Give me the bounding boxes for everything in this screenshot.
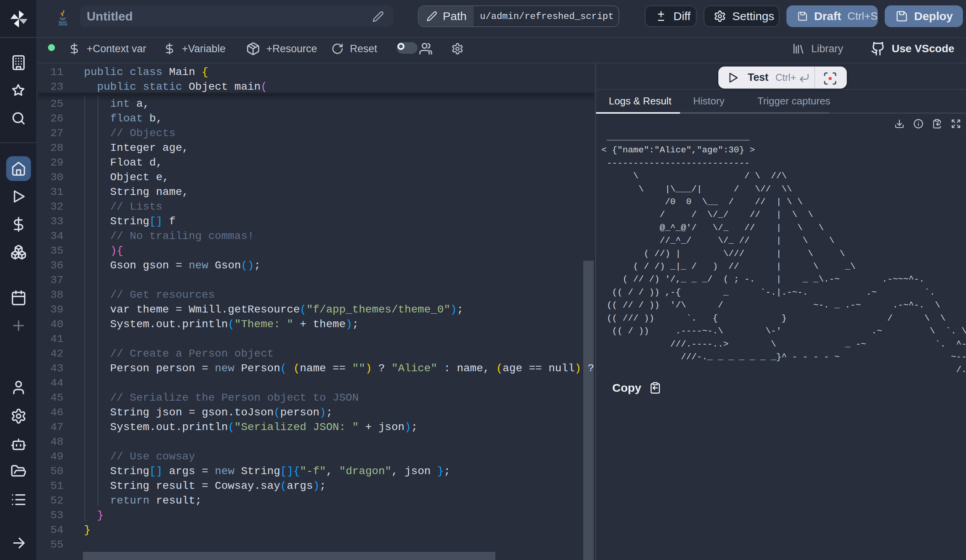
svg-text:Java: Java	[58, 22, 68, 26]
